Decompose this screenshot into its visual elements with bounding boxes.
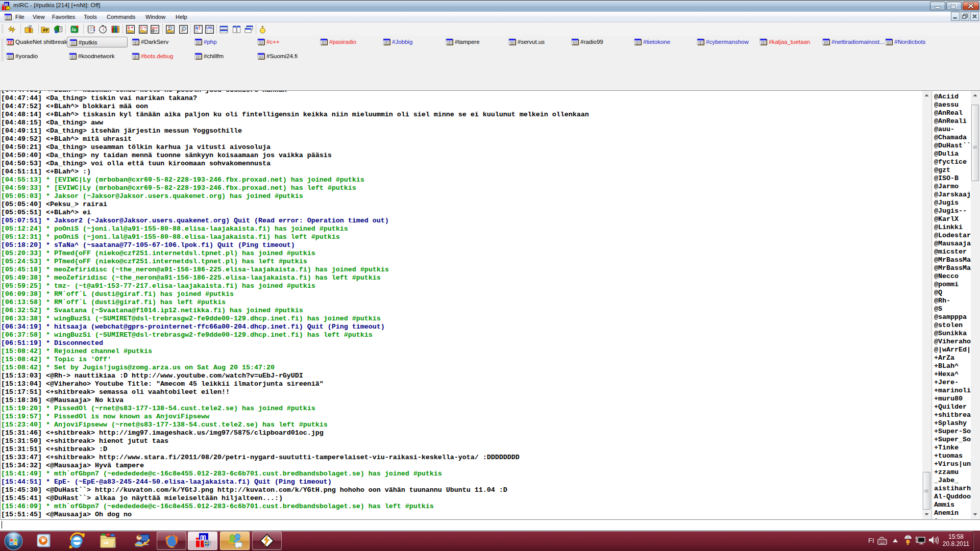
svg-text:N: N [195, 26, 199, 31]
svg-text:S: S [128, 26, 130, 30]
svg-text:URL: URL [206, 26, 213, 30]
svg-text:##: ## [43, 28, 48, 33]
svg-text:C: C [140, 26, 143, 30]
svg-text:DCC: DCC [152, 27, 158, 30]
svg-text:!: ! [199, 26, 201, 31]
svg-text:/a: /a [72, 27, 77, 32]
